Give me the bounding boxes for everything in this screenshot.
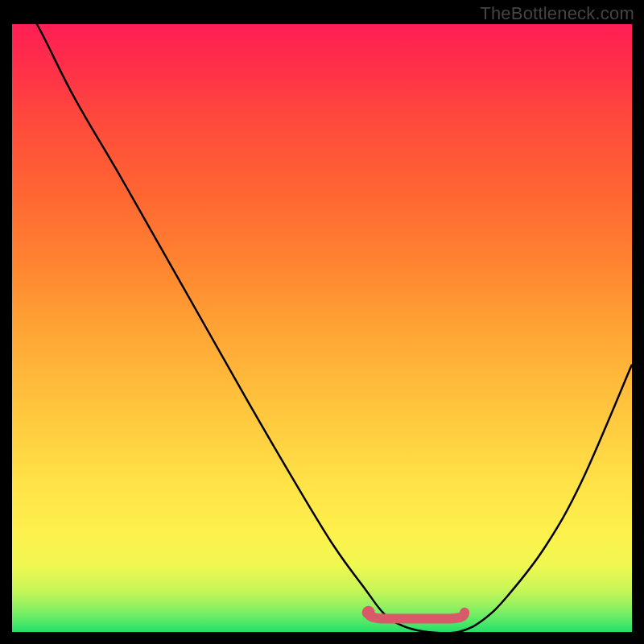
optimal-range-marker: [12, 24, 632, 632]
watermark-text: TheBottleneck.com: [480, 3, 634, 24]
svg-point-0: [362, 606, 375, 619]
chart-plot-area: [12, 24, 632, 632]
